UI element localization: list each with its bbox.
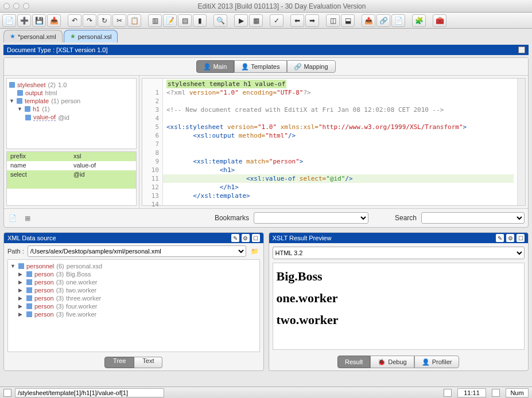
html-version-combo[interactable]: HTML 3.2 bbox=[273, 247, 525, 259]
file-tab-label: *personal.xml bbox=[18, 33, 56, 40]
expand-arrow-icon[interactable]: ▼ bbox=[10, 263, 16, 269]
outline-node[interactable]: h1 bbox=[33, 106, 40, 112]
redo-button[interactable]: ↷ bbox=[83, 14, 96, 27]
outline-tree[interactable]: stylesheet (2) 1.0 output html ▼ templat… bbox=[6, 78, 137, 149]
tab-main[interactable]: 👤 Main bbox=[196, 60, 234, 73]
table-row[interactable]: select@id bbox=[7, 170, 136, 180]
export-button[interactable]: 📤 bbox=[362, 14, 375, 27]
list-item[interactable]: ▶ person (3) three.worker bbox=[10, 294, 257, 302]
redo2-button[interactable]: ↻ bbox=[98, 14, 111, 27]
expand-arrow-icon[interactable]: ▶ bbox=[18, 271, 24, 277]
expand-arrow-icon[interactable]: ▶ bbox=[18, 295, 24, 301]
run-button[interactable]: ▶ bbox=[234, 14, 248, 27]
tab-templates[interactable]: 👤 Templates bbox=[234, 60, 287, 73]
list-item[interactable]: ▶ person (3) five.worker bbox=[10, 310, 257, 318]
status-box[interactable] bbox=[444, 389, 452, 397]
expand-arrow-icon[interactable]: ▶ bbox=[18, 279, 24, 285]
find-button[interactable]: 🔍 bbox=[213, 14, 227, 27]
node-icon bbox=[26, 287, 32, 293]
view4-button[interactable]: ▮ bbox=[193, 14, 207, 27]
table-row[interactable]: namevalue-of bbox=[7, 161, 136, 170]
tab-mapping[interactable]: 🔗 Mapping bbox=[287, 60, 335, 73]
expand-arrow-icon[interactable]: ▼ bbox=[17, 106, 22, 112]
list-item[interactable]: ▶ person (3) one.worker bbox=[10, 278, 257, 286]
cursor-position-field[interactable] bbox=[457, 388, 486, 397]
prop-val: @id bbox=[70, 170, 88, 180]
split-h-button[interactable]: ◫ bbox=[326, 14, 340, 27]
page-icon[interactable]: 📄 bbox=[7, 213, 18, 223]
add-file-button[interactable]: ➕ bbox=[17, 14, 31, 27]
validate-button[interactable]: ✓ bbox=[270, 14, 284, 27]
node-icon bbox=[25, 115, 31, 120]
undo-button[interactable]: ↶ bbox=[68, 14, 81, 27]
maximize-icon[interactable]: ☐ bbox=[252, 234, 260, 242]
outline-node[interactable]: output bbox=[25, 89, 43, 96]
save-all-button[interactable]: 📥 bbox=[47, 14, 61, 27]
view3-button[interactable]: ▤ bbox=[178, 14, 192, 27]
outline-node[interactable]: value-of bbox=[33, 114, 56, 121]
gear-icon[interactable]: ⚙ bbox=[506, 234, 514, 242]
app-button[interactable]: 🧩 bbox=[412, 14, 426, 27]
outline-node[interactable]: template bbox=[25, 97, 49, 104]
search-combo[interactable] bbox=[421, 212, 525, 224]
cut-button[interactable]: ✂ bbox=[112, 14, 126, 27]
forward-button[interactable]: ➡ bbox=[305, 14, 319, 27]
editor-area: stylesheet (2) 1.0 output html ▼ templat… bbox=[4, 75, 528, 208]
status-box[interactable] bbox=[492, 389, 500, 397]
list-item[interactable]: ▶ person (3) Big.Boss bbox=[10, 270, 257, 278]
file-tab-personal-xml[interactable]: ★ *personal.xml bbox=[3, 30, 63, 42]
path-combo[interactable]: /Users/alex/Desktop/samples/xml/personal… bbox=[28, 245, 246, 257]
debug-button[interactable]: 🐞Debug bbox=[370, 356, 414, 368]
split-v-button[interactable]: ⬓ bbox=[341, 14, 355, 27]
profiler-button[interactable]: 👤Profiler bbox=[414, 356, 460, 368]
grid-icon[interactable]: ▦ bbox=[22, 213, 33, 223]
maximize-icon[interactable]: ☐ bbox=[517, 234, 525, 242]
paste-button[interactable]: 📋 bbox=[127, 14, 141, 27]
zoom-window-button[interactable] bbox=[23, 3, 29, 9]
view1-button[interactable]: ▥ bbox=[148, 14, 162, 27]
view2-button[interactable]: 📝 bbox=[163, 14, 177, 27]
doc-type-toggle[interactable] bbox=[518, 46, 525, 53]
expand-arrow-icon[interactable]: ▼ bbox=[9, 98, 14, 104]
data-source-tree[interactable]: ▼ personnel (6) personal.xsd▶ person (3)… bbox=[7, 259, 260, 352]
vertical-scrollbar[interactable] bbox=[517, 79, 525, 205]
code-content[interactable]: stylesheet template h1 value-of <?xml ve… bbox=[163, 79, 517, 205]
wand-icon[interactable]: ✎ bbox=[231, 234, 239, 242]
code-editor[interactable]: 1234567891011121314 stylesheet template … bbox=[142, 78, 526, 206]
close-window-button[interactable] bbox=[3, 3, 10, 9]
tools-button[interactable]: 🧰 bbox=[433, 14, 446, 27]
panel-header: XML Data source ✎ ⚙ ☐ bbox=[4, 233, 263, 243]
new-file-button[interactable]: 📄 bbox=[2, 14, 16, 27]
list-item[interactable]: ▶ person (3) four.worker bbox=[10, 302, 257, 310]
save-button[interactable]: 💾 bbox=[32, 14, 46, 27]
outline-val: person bbox=[61, 97, 81, 104]
properties-table[interactable]: prefixxsl namevalue-of select@id bbox=[6, 151, 137, 206]
table-row[interactable]: prefixxsl bbox=[7, 152, 136, 161]
expand-arrow-icon[interactable]: ▶ bbox=[18, 287, 24, 293]
outline-val: html bbox=[45, 89, 57, 96]
bookmarks-label: Bookmarks bbox=[215, 214, 249, 222]
back-button[interactable]: ⬅ bbox=[290, 14, 304, 27]
outline-node[interactable]: stylesheet bbox=[17, 81, 46, 88]
minimize-window-button[interactable] bbox=[13, 3, 20, 9]
expand-arrow-icon[interactable]: ▶ bbox=[18, 311, 24, 317]
gear-icon[interactable]: ⚙ bbox=[242, 234, 250, 242]
breadcrumb[interactable]: stylesheet template h1 value-of bbox=[166, 80, 286, 88]
link-icon: 🔗 bbox=[294, 63, 301, 70]
tree-button[interactable]: Tree bbox=[104, 357, 134, 368]
xpath-field[interactable] bbox=[15, 388, 164, 397]
link-button[interactable]: 🔗 bbox=[376, 14, 390, 27]
list-item[interactable]: ▶ person (3) two.worker bbox=[10, 286, 257, 294]
status-toggle[interactable] bbox=[3, 389, 11, 397]
wand-icon[interactable]: ✎ bbox=[496, 234, 504, 242]
list-item[interactable]: ▼ personnel (6) personal.xsd bbox=[10, 262, 257, 270]
result-button[interactable]: Result bbox=[337, 356, 370, 368]
file-tab-personal-xsl[interactable]: ★ personal.xsl bbox=[64, 30, 118, 42]
text-button[interactable]: Text bbox=[134, 357, 162, 368]
bookmarks-combo[interactable] bbox=[254, 212, 368, 224]
grid-button[interactable]: ▦ bbox=[249, 14, 263, 27]
doc-button[interactable]: 📄 bbox=[391, 14, 405, 27]
folder-icon[interactable]: 📁 bbox=[250, 246, 260, 256]
expand-arrow-icon[interactable]: ▶ bbox=[18, 303, 24, 309]
mode-field[interactable] bbox=[506, 388, 529, 397]
